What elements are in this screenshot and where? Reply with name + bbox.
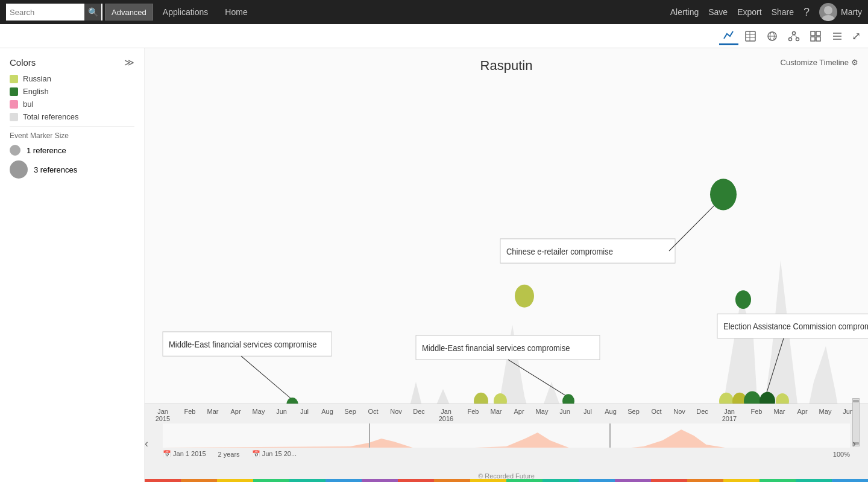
svg-rect-17	[816, 37, 820, 41]
legend-item-english: English	[10, 87, 134, 96]
nav-home[interactable]: Home	[218, 7, 254, 17]
svg-line-27	[669, 200, 720, 251]
color-strip-seg	[723, 479, 760, 482]
svg-line-13	[794, 34, 797, 37]
nav-save[interactable]: Save	[708, 7, 728, 17]
scroll-left-button[interactable]: ‹	[145, 437, 148, 449]
color-strip-seg	[362, 479, 398, 482]
toolbar: ⤢	[0, 24, 868, 48]
svg-line-12	[790, 34, 794, 37]
range-label-mid: 2 years	[218, 451, 240, 458]
svg-rect-16	[811, 37, 815, 41]
nav-share[interactable]: Share	[772, 7, 794, 17]
english-color-dot	[10, 87, 18, 96]
color-strip-seg	[579, 479, 615, 482]
marker-small-label: 1 reference	[27, 146, 66, 155]
color-strip-seg	[253, 479, 289, 482]
chart-list-btn[interactable]	[828, 28, 847, 45]
color-strip-seg	[398, 479, 434, 482]
svg-point-0	[824, 6, 832, 14]
chart-network-btn[interactable]	[784, 28, 804, 45]
expand-button[interactable]: ⤢	[852, 30, 861, 43]
color-strip-seg	[832, 479, 868, 482]
user-area[interactable]: Marty	[819, 3, 862, 21]
avatar	[819, 3, 837, 21]
marker-large-item: 3 references	[10, 160, 134, 179]
svg-line-23	[241, 356, 292, 399]
nav-right: Alerting Save Export Share ? Marty	[670, 3, 862, 21]
marker-large-dot	[10, 160, 28, 179]
color-strip-seg	[506, 479, 542, 482]
total-label: Total references	[23, 112, 79, 121]
color-strip-seg	[687, 479, 723, 482]
legend-item-russian: Russian	[10, 74, 134, 83]
advanced-button[interactable]: Advanced	[105, 4, 153, 21]
color-strip-seg	[796, 479, 832, 482]
svg-point-10	[789, 37, 792, 40]
svg-point-11	[796, 37, 799, 40]
russian-color-dot	[10, 75, 18, 83]
range-label-start: 📅 Jan 1 2015	[163, 450, 206, 458]
svg-point-28	[710, 179, 737, 210]
color-strip-seg	[181, 479, 217, 482]
svg-text:Middle-East financial services: Middle-East financial services compromis…	[422, 343, 570, 353]
search-wrapper: 🔍	[6, 4, 102, 21]
gear-icon: ⚙	[851, 58, 858, 67]
color-strip-seg	[434, 479, 470, 482]
chart-grid-btn[interactable]	[806, 28, 825, 45]
marker-large-label: 3 references	[34, 165, 77, 174]
svg-text:Chinese e-retailer compromise: Chinese e-retailer compromise	[506, 246, 613, 256]
range-label-end: 📅 Jun 15 20...	[252, 450, 297, 458]
chart-globe-btn[interactable]	[763, 28, 782, 45]
chart-table-btn[interactable]	[741, 28, 760, 45]
legend-item-bul: bul	[10, 100, 134, 109]
legend-divider	[10, 126, 134, 127]
legend-header: Colors ≫	[10, 57, 134, 68]
color-strip-seg	[542, 479, 579, 482]
color-strip-seg	[217, 479, 253, 482]
marker-small-item: 1 reference	[10, 145, 134, 156]
color-strip-seg	[326, 479, 362, 482]
main-area: Colors ≫ Russian English bul Total refer…	[0, 48, 868, 482]
svg-point-44	[735, 290, 751, 309]
color-strip-seg	[760, 479, 796, 482]
nav-applications[interactable]: Applications	[156, 7, 216, 17]
legend-item-total: Total references	[10, 112, 134, 121]
user-name: Marty	[841, 7, 862, 17]
svg-point-9	[793, 31, 796, 34]
total-color-dot	[10, 113, 18, 121]
search-button[interactable]: 🔍	[84, 4, 101, 21]
help-button[interactable]: ?	[804, 6, 810, 19]
color-strip-seg	[470, 479, 506, 482]
color-strip-seg	[289, 479, 326, 482]
legend-title: Colors	[10, 57, 36, 68]
chart-line-btn[interactable]	[719, 27, 738, 45]
color-strip-seg	[651, 479, 687, 482]
legend-toggle-button[interactable]: ≫	[124, 57, 134, 68]
scroll-right-button[interactable]: ›	[852, 437, 856, 449]
customize-timeline-button[interactable]: Customize Timeline ⚙	[781, 58, 858, 67]
svg-text:Middle-East financial services: Middle-East financial services compromis…	[169, 339, 317, 349]
search-input[interactable]	[6, 4, 84, 21]
bul-label: bul	[23, 100, 33, 109]
zoom-level: 100%	[833, 451, 850, 458]
svg-rect-14	[811, 31, 815, 36]
chart-title: Rasputin	[145, 58, 868, 74]
svg-text:Election Assistance Commission: Election Assistance Commission compromis…	[723, 321, 868, 331]
english-label: English	[23, 87, 49, 96]
bul-color-dot	[10, 100, 18, 109]
nav-export[interactable]: Export	[737, 7, 761, 17]
svg-point-29	[515, 285, 534, 308]
color-strip-seg	[145, 479, 181, 482]
color-strip	[145, 479, 868, 482]
svg-rect-2	[746, 31, 755, 41]
color-strip-seg	[615, 479, 651, 482]
russian-label: Russian	[23, 74, 51, 83]
axis-area: Jan2015 Feb Mar Apr May Jun Jul Aug Sep …	[145, 404, 868, 482]
svg-point-1	[822, 15, 835, 21]
svg-rect-15	[816, 31, 820, 36]
marker-small-dot	[10, 145, 20, 156]
legend-panel: Colors ≫ Russian English bul Total refer…	[0, 48, 145, 482]
top-nav: 🔍 Advanced Applications Home Alerting Sa…	[0, 0, 868, 24]
nav-alerting[interactable]: Alerting	[670, 7, 699, 17]
